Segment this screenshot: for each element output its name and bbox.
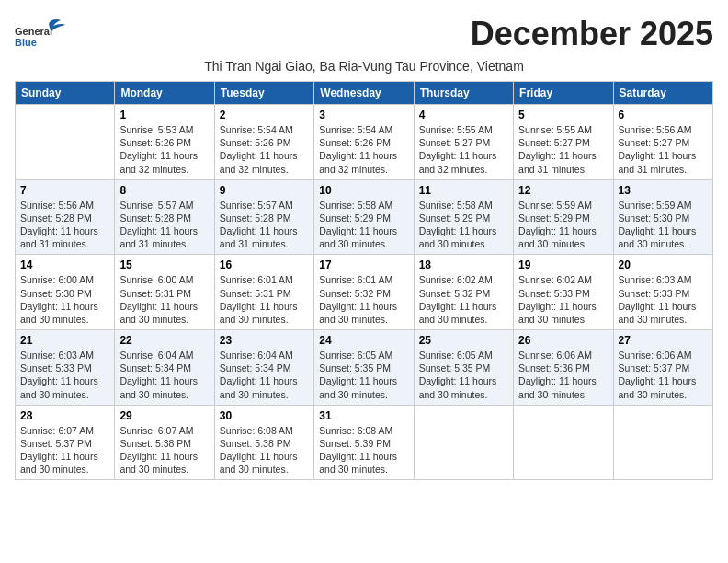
day-number: 29 xyxy=(119,409,209,422)
calendar-week-4: 21Sunrise: 6:03 AM Sunset: 5:33 PM Dayli… xyxy=(16,330,713,406)
calendar-cell: 23Sunrise: 6:04 AM Sunset: 5:34 PM Dayli… xyxy=(214,330,313,406)
calendar-cell: 15Sunrise: 6:00 AM Sunset: 5:31 PM Dayli… xyxy=(115,255,214,330)
day-info: Sunrise: 6:03 AM Sunset: 5:33 PM Dayligh… xyxy=(619,273,708,326)
calendar-cell: 10Sunrise: 5:58 AM Sunset: 5:29 PM Dayli… xyxy=(314,179,414,255)
day-number: 4 xyxy=(419,109,508,121)
day-number: 2 xyxy=(220,109,309,121)
page-header: General Blue December 2025 xyxy=(15,15,713,55)
day-number: 6 xyxy=(619,109,708,121)
calendar-cell: 5Sunrise: 5:55 AM Sunset: 5:27 PM Daylig… xyxy=(514,105,613,180)
calendar-cell xyxy=(414,405,513,480)
calendar-cell xyxy=(613,405,712,480)
day-number: 24 xyxy=(319,334,408,347)
day-number: 25 xyxy=(419,334,508,347)
calendar-cell: 14Sunrise: 6:00 AM Sunset: 5:30 PM Dayli… xyxy=(16,255,115,330)
calendar-cell: 29Sunrise: 6:07 AM Sunset: 5:38 PM Dayli… xyxy=(115,405,214,480)
day-number: 28 xyxy=(20,409,109,422)
day-number: 9 xyxy=(220,184,309,197)
day-info: Sunrise: 6:05 AM Sunset: 5:35 PM Dayligh… xyxy=(419,349,508,401)
weekday-header-wednesday: Wednesday xyxy=(314,82,414,105)
day-number: 30 xyxy=(220,409,309,422)
calendar-cell: 6Sunrise: 5:56 AM Sunset: 5:27 PM Daylig… xyxy=(613,105,712,180)
day-info: Sunrise: 6:02 AM Sunset: 5:32 PM Dayligh… xyxy=(419,273,508,326)
day-info: Sunrise: 6:06 AM Sunset: 5:37 PM Dayligh… xyxy=(619,349,708,401)
day-number: 18 xyxy=(419,259,508,271)
calendar-cell xyxy=(16,105,115,180)
day-number: 5 xyxy=(518,109,608,121)
calendar-cell: 4Sunrise: 5:55 AM Sunset: 5:27 PM Daylig… xyxy=(414,105,513,180)
calendar-week-1: 1Sunrise: 5:53 AM Sunset: 5:26 PM Daylig… xyxy=(16,105,713,180)
calendar-cell xyxy=(514,405,613,480)
calendar-cell: 18Sunrise: 6:02 AM Sunset: 5:32 PM Dayli… xyxy=(414,255,513,330)
logo-text: General Blue xyxy=(15,15,70,55)
day-info: Sunrise: 6:01 AM Sunset: 5:32 PM Dayligh… xyxy=(319,273,408,326)
day-number: 3 xyxy=(319,109,408,121)
day-info: Sunrise: 6:08 AM Sunset: 5:39 PM Dayligh… xyxy=(319,424,408,477)
subtitle: Thi Tran Ngai Giao, Ba Ria-Vung Tau Prov… xyxy=(15,59,713,74)
weekday-header-sunday: Sunday xyxy=(16,82,115,105)
calendar-cell: 3Sunrise: 5:54 AM Sunset: 5:26 PM Daylig… xyxy=(314,105,414,180)
day-info: Sunrise: 6:04 AM Sunset: 5:34 PM Dayligh… xyxy=(119,349,209,401)
day-info: Sunrise: 5:54 AM Sunset: 5:26 PM Dayligh… xyxy=(319,123,408,176)
day-info: Sunrise: 5:54 AM Sunset: 5:26 PM Dayligh… xyxy=(220,123,309,176)
weekday-header-tuesday: Tuesday xyxy=(214,82,313,105)
calendar-week-5: 28Sunrise: 6:07 AM Sunset: 5:37 PM Dayli… xyxy=(16,405,713,480)
day-info: Sunrise: 5:56 AM Sunset: 5:28 PM Dayligh… xyxy=(20,199,109,251)
day-info: Sunrise: 5:57 AM Sunset: 5:28 PM Dayligh… xyxy=(119,199,209,251)
day-info: Sunrise: 5:55 AM Sunset: 5:27 PM Dayligh… xyxy=(419,123,508,176)
day-info: Sunrise: 6:05 AM Sunset: 5:35 PM Dayligh… xyxy=(319,349,408,401)
day-info: Sunrise: 6:07 AM Sunset: 5:37 PM Dayligh… xyxy=(20,424,109,477)
calendar-table: SundayMondayTuesdayWednesdayThursdayFrid… xyxy=(15,81,713,480)
day-number: 19 xyxy=(518,259,608,271)
calendar-cell: 13Sunrise: 5:59 AM Sunset: 5:30 PM Dayli… xyxy=(613,179,712,255)
weekday-header-friday: Friday xyxy=(514,82,613,105)
day-info: Sunrise: 5:56 AM Sunset: 5:27 PM Dayligh… xyxy=(619,123,708,176)
calendar-cell: 27Sunrise: 6:06 AM Sunset: 5:37 PM Dayli… xyxy=(613,330,712,406)
day-info: Sunrise: 6:00 AM Sunset: 5:31 PM Dayligh… xyxy=(119,273,209,326)
calendar-cell: 12Sunrise: 5:59 AM Sunset: 5:29 PM Dayli… xyxy=(514,179,613,255)
month-title: December 2025 xyxy=(471,15,713,53)
calendar-cell: 24Sunrise: 6:05 AM Sunset: 5:35 PM Dayli… xyxy=(314,330,414,406)
day-info: Sunrise: 6:08 AM Sunset: 5:38 PM Dayligh… xyxy=(220,424,309,477)
day-number: 7 xyxy=(20,184,109,197)
day-number: 8 xyxy=(119,184,209,197)
day-number: 13 xyxy=(619,184,708,197)
calendar-cell: 2Sunrise: 5:54 AM Sunset: 5:26 PM Daylig… xyxy=(214,105,313,180)
day-number: 31 xyxy=(319,409,408,422)
calendar-cell: 17Sunrise: 6:01 AM Sunset: 5:32 PM Dayli… xyxy=(314,255,414,330)
weekday-header-thursday: Thursday xyxy=(414,82,513,105)
calendar-cell: 28Sunrise: 6:07 AM Sunset: 5:37 PM Dayli… xyxy=(16,405,115,480)
day-info: Sunrise: 5:59 AM Sunset: 5:29 PM Dayligh… xyxy=(518,199,608,251)
calendar-cell: 25Sunrise: 6:05 AM Sunset: 5:35 PM Dayli… xyxy=(414,330,513,406)
calendar-cell: 30Sunrise: 6:08 AM Sunset: 5:38 PM Dayli… xyxy=(214,405,313,480)
day-info: Sunrise: 6:04 AM Sunset: 5:34 PM Dayligh… xyxy=(220,349,309,401)
day-info: Sunrise: 5:58 AM Sunset: 5:29 PM Dayligh… xyxy=(319,199,408,251)
day-info: Sunrise: 5:55 AM Sunset: 5:27 PM Dayligh… xyxy=(518,123,608,176)
day-number: 27 xyxy=(619,334,708,347)
calendar-week-3: 14Sunrise: 6:00 AM Sunset: 5:30 PM Dayli… xyxy=(16,255,713,330)
weekday-header-saturday: Saturday xyxy=(613,82,712,105)
calendar-cell: 31Sunrise: 6:08 AM Sunset: 5:39 PM Dayli… xyxy=(314,405,414,480)
day-number: 23 xyxy=(220,334,309,347)
day-number: 11 xyxy=(419,184,508,197)
day-number: 14 xyxy=(20,259,109,271)
calendar-cell: 22Sunrise: 6:04 AM Sunset: 5:34 PM Dayli… xyxy=(115,330,214,406)
day-info: Sunrise: 5:58 AM Sunset: 5:29 PM Dayligh… xyxy=(419,199,508,251)
day-number: 16 xyxy=(220,259,309,271)
calendar-cell: 9Sunrise: 5:57 AM Sunset: 5:28 PM Daylig… xyxy=(214,179,313,255)
day-info: Sunrise: 6:06 AM Sunset: 5:36 PM Dayligh… xyxy=(518,349,608,401)
calendar-cell: 21Sunrise: 6:03 AM Sunset: 5:33 PM Dayli… xyxy=(16,330,115,406)
day-info: Sunrise: 6:07 AM Sunset: 5:38 PM Dayligh… xyxy=(119,424,209,477)
day-number: 20 xyxy=(619,259,708,271)
day-number: 12 xyxy=(518,184,608,197)
calendar-cell: 16Sunrise: 6:01 AM Sunset: 5:31 PM Dayli… xyxy=(214,255,313,330)
day-number: 26 xyxy=(518,334,608,347)
day-info: Sunrise: 5:53 AM Sunset: 5:26 PM Dayligh… xyxy=(119,123,209,176)
day-number: 17 xyxy=(319,259,408,271)
weekday-header-row: SundayMondayTuesdayWednesdayThursdayFrid… xyxy=(16,82,713,105)
day-info: Sunrise: 6:00 AM Sunset: 5:30 PM Dayligh… xyxy=(20,273,109,326)
calendar-week-2: 7Sunrise: 5:56 AM Sunset: 5:28 PM Daylig… xyxy=(16,179,713,255)
calendar-cell: 26Sunrise: 6:06 AM Sunset: 5:36 PM Dayli… xyxy=(514,330,613,406)
day-info: Sunrise: 6:03 AM Sunset: 5:33 PM Dayligh… xyxy=(20,349,109,401)
calendar-cell: 19Sunrise: 6:02 AM Sunset: 5:33 PM Dayli… xyxy=(514,255,613,330)
